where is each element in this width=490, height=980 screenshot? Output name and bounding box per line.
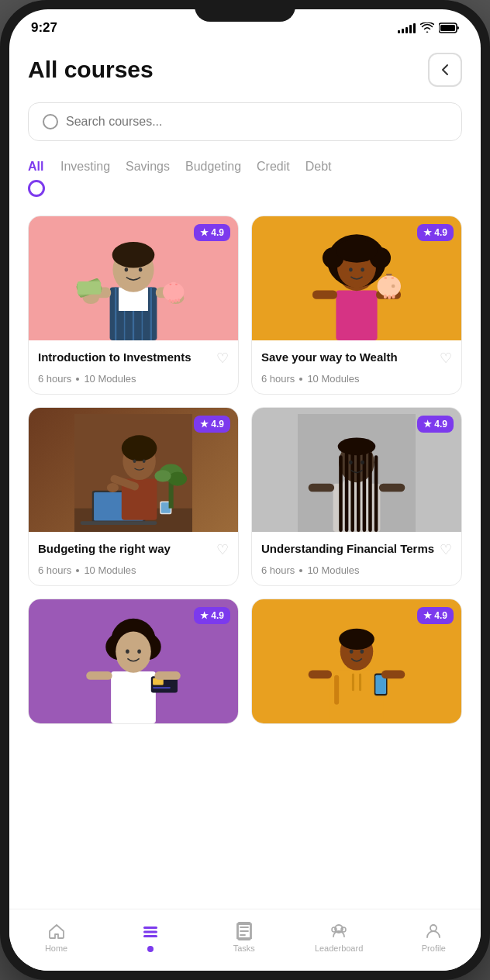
svg-rect-30: [336, 290, 377, 340]
card-title-3: Budgeting the right way: [38, 541, 212, 557]
course-card-2[interactable]: ★ 4.9 Save your way to Wealth ♡ 6 hours …: [251, 216, 462, 395]
svg-point-43: [384, 277, 387, 279]
svg-rect-27: [174, 299, 177, 303]
back-button[interactable]: [428, 53, 462, 87]
star-icon-6: ★: [423, 610, 432, 621]
svg-rect-46: [388, 295, 391, 298]
notch: [195, 0, 295, 22]
nav-leaderboard[interactable]: Leaderboard: [315, 922, 363, 953]
svg-rect-86: [111, 671, 156, 723]
nav-home[interactable]: Home: [33, 922, 80, 953]
meta-dot-3: [76, 569, 79, 572]
favorite-button-2[interactable]: ♡: [440, 350, 452, 367]
card-meta-2: 6 hours 10 Modules: [261, 373, 452, 385]
card-image-3: ★ 4.9: [29, 408, 238, 532]
card-title-2: Save your way to Wealth: [261, 350, 435, 365]
course-card-6[interactable]: ★ 4.9: [251, 599, 462, 724]
nav-courses[interactable]: [127, 923, 174, 952]
search-bar[interactable]: [28, 102, 462, 141]
svg-point-92: [116, 631, 151, 671]
filter-tabs: All Investing Savings Budgeting Credit D…: [28, 160, 462, 197]
wifi-icon: [420, 22, 434, 33]
svg-point-94: [137, 650, 141, 654]
svg-point-48: [392, 285, 395, 288]
page-title: All courses: [28, 57, 154, 83]
svg-point-80: [338, 437, 376, 455]
nav-tasks[interactable]: Tasks: [221, 922, 267, 953]
card-body-2: Save your way to Wealth ♡ 6 hours 10 Mod…: [252, 340, 461, 394]
svg-rect-47: [392, 295, 395, 298]
svg-point-38: [361, 267, 364, 271]
svg-rect-28: [178, 298, 180, 302]
card-hours-2: 6 hours: [261, 373, 295, 385]
course-card-4[interactable]: ★ 4.9 Understanding Financial Terms ♡ 6 …: [251, 407, 462, 586]
svg-rect-110: [334, 675, 339, 705]
svg-point-118: [332, 927, 336, 932]
nav-tasks-label: Tasks: [233, 944, 255, 953]
meta-dot-1: [76, 378, 79, 381]
svg-point-42: [385, 275, 394, 284]
svg-rect-78: [368, 452, 372, 532]
nav-profile[interactable]: Profile: [410, 922, 457, 953]
svg-rect-113: [143, 927, 157, 929]
signal-icon: [398, 22, 416, 33]
svg-rect-84: [379, 484, 405, 492]
card-modules-2: 10 Modules: [307, 373, 359, 385]
active-tab-indicator: [28, 180, 45, 197]
svg-rect-115: [143, 935, 157, 937]
card-title-row-3: Budgeting the right way ♡: [38, 541, 229, 558]
rating-badge-4: ★ 4.9: [417, 416, 454, 433]
phone-screen: 9:27: [9, 9, 481, 971]
card-hours-3: 6 hours: [38, 564, 71, 576]
filter-tab-debt[interactable]: Debt: [305, 160, 332, 197]
svg-rect-55: [81, 521, 157, 525]
filter-tab-savings[interactable]: Savings: [126, 160, 170, 197]
filter-tab-investing[interactable]: Investing: [60, 160, 110, 197]
main-content: All courses All Investing Savi: [9, 40, 481, 971]
meta-dot-2: [299, 378, 302, 381]
search-input[interactable]: [66, 115, 447, 129]
nav-home-label: Home: [45, 944, 67, 953]
svg-rect-99: [154, 671, 180, 680]
svg-point-105: [339, 629, 374, 650]
phone-frame: 9:27: [0, 0, 490, 980]
svg-point-120: [430, 925, 437, 931]
card-meta-1: 6 hours 10 Modules: [38, 373, 229, 385]
svg-point-62: [143, 460, 146, 464]
card-title-4: Understanding Financial Terms: [261, 541, 435, 557]
filter-tab-all[interactable]: All: [28, 160, 45, 197]
favorite-button-3[interactable]: ♡: [216, 541, 229, 558]
svg-rect-26: [171, 300, 174, 304]
course-grid: ★ 4.9 Introduction to Investments ♡ 6 ho…: [28, 216, 462, 724]
svg-point-119: [341, 927, 346, 932]
svg-point-82: [361, 461, 364, 464]
card-hours-1: 6 hours: [38, 373, 71, 385]
filter-tab-credit[interactable]: Credit: [257, 160, 290, 197]
star-icon-2: ★: [423, 227, 432, 238]
card-image-2: ★ 4.9: [252, 216, 461, 340]
svg-rect-74: [345, 452, 349, 532]
card-title-row-4: Understanding Financial Terms ♡: [261, 541, 452, 558]
svg-point-93: [126, 650, 129, 654]
svg-point-106: [350, 650, 354, 654]
svg-point-22: [169, 282, 178, 289]
course-card-1[interactable]: ★ 4.9 Introduction to Investments ♡ 6 ho…: [28, 216, 239, 395]
favorite-button-4[interactable]: ♡: [440, 541, 452, 558]
svg-point-44: [391, 277, 394, 279]
svg-point-37: [349, 267, 353, 271]
card-modules-4: 10 Modules: [307, 564, 359, 576]
svg-point-67: [168, 471, 187, 485]
svg-rect-114: [143, 930, 157, 933]
course-card-3[interactable]: ★ 4.9 Budgeting the right way ♡ 6 hours …: [28, 407, 239, 586]
home-icon: [47, 922, 66, 940]
card-title-1: Introduction to Investments: [38, 350, 212, 365]
svg-rect-98: [86, 671, 112, 680]
course-card-5[interactable]: ★ 4.9: [28, 599, 239, 724]
filter-tab-budgeting[interactable]: Budgeting: [185, 160, 241, 197]
favorite-button-1[interactable]: ♡: [216, 350, 229, 367]
star-icon-5: ★: [200, 610, 209, 621]
rating-badge-2: ★ 4.9: [417, 224, 454, 241]
status-icons: [398, 22, 459, 33]
card-title-row-1: Introduction to Investments ♡: [38, 350, 229, 367]
card-modules-3: 10 Modules: [84, 564, 136, 576]
